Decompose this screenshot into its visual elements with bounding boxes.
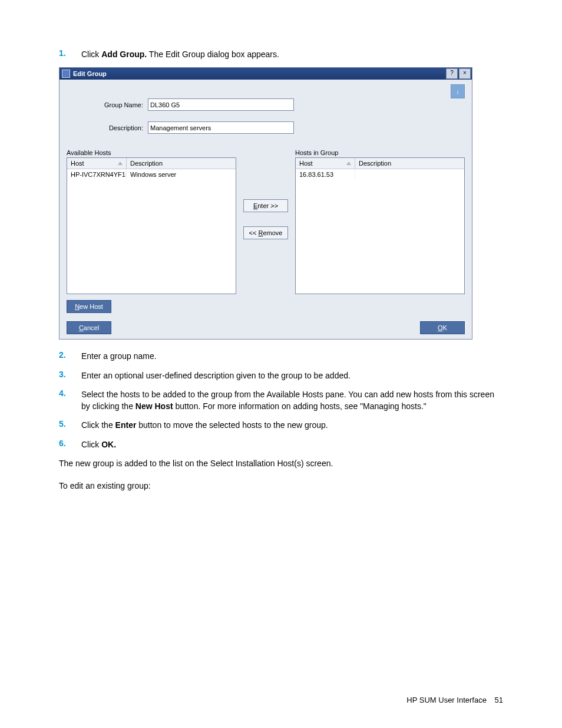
footer-label: HP SUM User Interface (406, 696, 487, 704)
col-header-host[interactable]: Host (67, 158, 127, 169)
step-number: 4. (59, 388, 81, 413)
table-row[interactable]: HP-IVC7XRN4YF1FWindows server (67, 169, 236, 180)
cell-description (355, 169, 464, 180)
enter-button[interactable]: Enter >> (243, 199, 288, 212)
sort-asc-icon (118, 162, 123, 165)
col-header-desc-text: Description (130, 160, 163, 167)
col-header-desc-text: Description (359, 160, 391, 167)
hosts-in-group-grid[interactable]: Host Description 16.83.61.53 (295, 157, 465, 294)
step-number: 2. (59, 350, 81, 362)
cell-description: Windows server (127, 169, 236, 180)
col-header-host-text: Host (299, 160, 313, 167)
col-header-host-text: Host (71, 160, 84, 167)
step-text: Select the hosts to be added to the grou… (81, 388, 503, 413)
sort-asc-icon (346, 162, 351, 165)
help-icon[interactable]: ? (446, 68, 458, 79)
description-label: Description: (67, 124, 148, 131)
page-footer: HP SUM User Interface 51 (406, 696, 503, 704)
remove-button[interactable]: << Remove (243, 226, 288, 239)
table-row[interactable]: 16.83.61.53 (296, 169, 464, 180)
app-icon (62, 70, 70, 78)
col-header-host[interactable]: Host (296, 158, 355, 169)
step-text: Enter an optional user-defined descripti… (81, 370, 503, 381)
step-text: Click OK. (81, 439, 503, 450)
step-number: 3. (59, 370, 81, 381)
group-name-field[interactable] (148, 98, 294, 111)
cell-host: HP-IVC7XRN4YF1F (67, 169, 127, 180)
new-host-button[interactable]: New Host (67, 300, 111, 313)
available-hosts-grid[interactable]: Host Description HP-IVC7XRN4YF1FWindows … (67, 157, 236, 294)
ok-button[interactable]: OK (420, 321, 465, 334)
step-number: 1. (59, 48, 81, 60)
page-number: 51 (495, 696, 503, 704)
hosts-in-group-label: Hosts in Group (295, 149, 465, 156)
step-item: 4.Select the hosts to be added to the gr… (59, 388, 503, 413)
step-item: 6.Click OK. (59, 439, 503, 450)
cell-host: 16.83.61.53 (296, 169, 355, 180)
description-field[interactable] (148, 121, 294, 134)
edit-group-dialog: Edit Group ? × ↓ Group Name: Description… (59, 67, 472, 340)
step-item: 5.Click the Enter button to move the sel… (59, 419, 503, 431)
step-text: Click the Enter button to move the selec… (81, 419, 503, 431)
close-icon[interactable]: × (459, 68, 471, 79)
step-number: 6. (59, 439, 81, 450)
col-header-description[interactable]: Description (127, 158, 236, 169)
titlebar[interactable]: Edit Group ? × (59, 68, 472, 80)
cancel-button[interactable]: Cancel (67, 321, 111, 334)
available-hosts-label: Available Hosts (67, 149, 236, 156)
hp-badge-icon: ↓ (451, 84, 465, 98)
step-text: Enter a group name. (81, 350, 503, 362)
dialog-title: Edit Group (73, 70, 445, 77)
col-header-description[interactable]: Description (355, 158, 464, 169)
step-number: 5. (59, 419, 81, 431)
group-name-label: Group Name: (67, 101, 148, 108)
step-item: 3.Enter an optional user-defined descrip… (59, 370, 503, 381)
paragraph: To edit an existing group: (59, 480, 503, 492)
step-item: 2.Enter a group name. (59, 350, 503, 362)
step-text: Click Add Group. The Edit Group dialog b… (81, 48, 503, 60)
paragraph: The new group is added to the list on th… (59, 457, 503, 469)
step-item: 1.Click Add Group. The Edit Group dialog… (59, 48, 503, 60)
